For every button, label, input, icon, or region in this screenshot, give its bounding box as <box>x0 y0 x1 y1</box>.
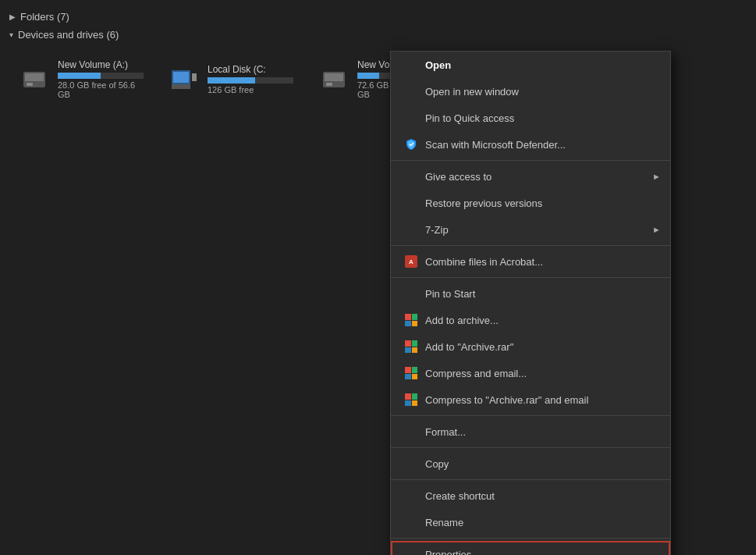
format-icon <box>403 424 419 439</box>
drive-a[interactable]: New Volume (A:) 28.0 GB free of 56.6 GB <box>12 55 153 104</box>
menu-add-rar-label: Add to "Archive.rar" <box>425 341 513 353</box>
drive-c-name: Local Disk (C: <box>208 64 296 75</box>
menu-item-scan-defender[interactable]: Scan with Microsoft Defender... <box>391 131 670 158</box>
menu-item-give-access[interactable]: Give access to ► <box>391 163 670 190</box>
separator-3 <box>391 277 670 278</box>
menu-item-add-rar[interactable]: Add to "Archive.rar" <box>391 333 670 360</box>
drive-c-info: Local Disk (C: 126 GB free <box>208 64 296 94</box>
give-access-icon <box>403 169 419 184</box>
separator-7 <box>391 538 670 539</box>
separator-4 <box>391 415 670 416</box>
add-rar-icon <box>403 339 419 354</box>
separator-5 <box>391 447 670 448</box>
menu-open-label: Open <box>425 59 451 71</box>
drive-c[interactable]: Local Disk (C: 126 GB free <box>162 55 303 104</box>
menu-item-compress-email[interactable]: Compress and email... <box>391 360 670 386</box>
drive-c-space: 126 GB free <box>208 85 296 94</box>
drive-a-name: New Volume (A:) <box>58 59 147 70</box>
give-access-arrow-icon: ► <box>652 172 661 181</box>
drive-h-bar <box>357 73 379 79</box>
menu-combine-acrobat-label: Combine files in Acrobat... <box>425 256 543 268</box>
menu-item-rename[interactable]: Rename <box>391 509 670 535</box>
menu-item-format[interactable]: Format... <box>391 418 670 445</box>
create-shortcut-icon <box>403 488 419 503</box>
acrobat-icon: A <box>403 254 419 269</box>
menu-item-pin-quick[interactable]: Pin to Quick access <box>391 105 670 131</box>
open-icon <box>403 57 419 73</box>
pin-quick-icon <box>403 110 419 126</box>
devices-section-header[interactable]: ▾ Devices and drives (6) <box>0 26 756 44</box>
folders-section-label: Folders (7) <box>20 11 69 23</box>
svg-rect-6 <box>192 73 197 81</box>
add-archive-icon <box>403 312 419 328</box>
menu-item-create-shortcut[interactable]: Create shortcut <box>391 482 670 509</box>
menu-pin-start-label: Pin to Start <box>425 288 475 300</box>
menu-item-compress-rar-email[interactable]: Compress to "Archive.rar" and email <box>391 386 670 413</box>
menu-copy-label: Copy <box>425 458 449 470</box>
menu-create-shortcut-label: Create shortcut <box>425 490 495 502</box>
7zip-icon <box>403 222 419 237</box>
separator-1 <box>391 160 670 161</box>
devices-section-label: Devices and drives (6) <box>18 29 119 41</box>
rename-icon <box>403 514 419 530</box>
svg-rect-9 <box>326 83 332 86</box>
menu-scan-defender-label: Scan with Microsoft Defender... <box>425 139 566 151</box>
defender-shield-icon <box>403 137 419 152</box>
drive-a-bar-container <box>58 73 144 79</box>
svg-rect-5 <box>172 84 190 89</box>
menu-item-pin-start[interactable]: Pin to Start <box>391 280 670 307</box>
menu-restore-versions-label: Restore previous versions <box>425 197 542 209</box>
menu-give-access-label: Give access to <box>425 171 492 183</box>
compress-rar-email-icon <box>403 392 419 407</box>
menu-item-open[interactable]: Open <box>391 52 670 78</box>
drive-a-icon <box>19 64 50 95</box>
svg-rect-8 <box>325 73 343 81</box>
svg-rect-1 <box>25 73 44 81</box>
separator-2 <box>391 245 670 246</box>
properties-icon <box>403 546 419 555</box>
drive-h-icon <box>318 64 350 95</box>
menu-compress-email-label: Compress and email... <box>425 368 527 379</box>
copy-icon <box>403 456 419 471</box>
menu-compress-rar-email-label: Compress to "Archive.rar" and email <box>425 394 588 406</box>
drive-a-bar <box>58 73 101 79</box>
drive-a-info: New Volume (A:) 28.0 GB free of 56.6 GB <box>58 59 147 99</box>
devices-chevron-icon: ▾ <box>9 30 13 39</box>
menu-add-archive-label: Add to archive... <box>425 315 499 326</box>
menu-item-restore-versions[interactable]: Restore previous versions <box>391 190 670 216</box>
folders-chevron-icon: ▶ <box>9 12 16 21</box>
separator-6 <box>391 479 670 480</box>
drive-a-space: 28.0 GB free of 56.6 GB <box>58 80 147 99</box>
menu-item-copy[interactable]: Copy <box>391 450 670 477</box>
menu-item-combine-acrobat[interactable]: A Combine files in Acrobat... <box>391 248 670 275</box>
restore-versions-icon <box>403 195 419 211</box>
menu-pin-quick-label: Pin to Quick access <box>425 112 514 124</box>
svg-rect-4 <box>173 72 189 83</box>
compress-email-icon <box>403 365 419 381</box>
menu-properties-label: Properties <box>425 549 471 556</box>
svg-rect-2 <box>27 83 33 86</box>
drive-c-bar <box>208 77 255 84</box>
pin-start-icon <box>403 286 419 301</box>
menu-open-new-window-label: Open in new window <box>425 86 519 98</box>
drive-c-bar-container <box>208 77 293 84</box>
menu-rename-label: Rename <box>425 517 463 528</box>
menu-7zip-label: 7-Zip <box>425 224 449 236</box>
menu-item-7zip[interactable]: 7-Zip ► <box>391 216 670 243</box>
menu-item-open-new-window[interactable]: Open in new window <box>391 78 670 105</box>
7zip-arrow-icon: ► <box>652 225 661 234</box>
context-menu: Open Open in new window Pin to Quick acc… <box>390 51 671 555</box>
drive-c-icon <box>169 64 200 95</box>
menu-format-label: Format... <box>425 426 466 438</box>
folders-section-header[interactable]: ▶ Folders (7) <box>0 8 756 26</box>
open-new-window-icon <box>403 84 419 99</box>
menu-item-properties[interactable]: Properties <box>391 541 670 555</box>
menu-item-add-archive[interactable]: Add to archive... <box>391 307 670 333</box>
